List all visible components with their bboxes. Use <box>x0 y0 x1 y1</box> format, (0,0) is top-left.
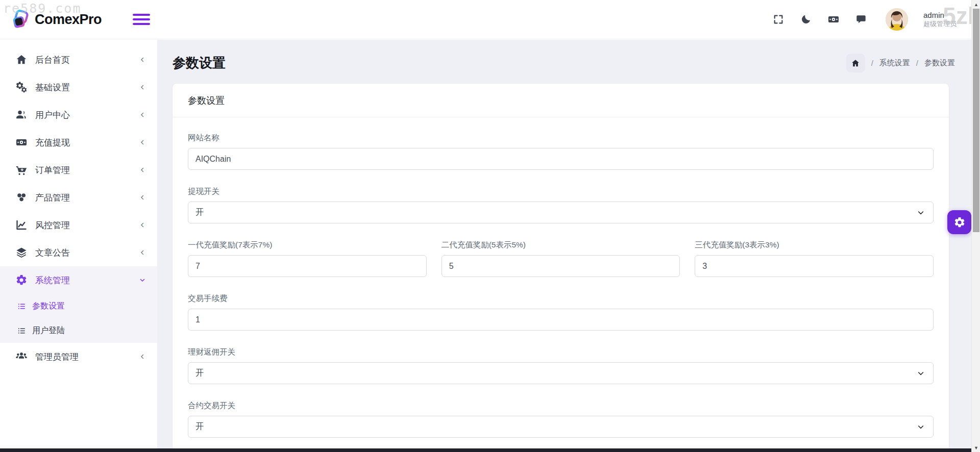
breadcrumb: / 系统设置 / 参数设置 <box>846 54 955 72</box>
field-label: 合约交易开关 <box>188 400 934 411</box>
settings-card: 参数设置 网站名称 提现开关 开 一代充值奖励(7表示7%) <box>173 84 949 448</box>
main-content: 参数设置 / 系统设置 / 参数设置 参数设置 网站名称 提现开关 <box>157 40 971 448</box>
sidebar-item-label: 产品管理 <box>35 192 70 204</box>
page-title: 参数设置 <box>173 54 226 72</box>
menu-toggle-icon[interactable] <box>133 12 150 27</box>
sidebar-item-label: 充值提现 <box>35 137 70 148</box>
sidebar-group-system: 系统管理 参数设置 用户登陆 <box>0 266 157 343</box>
sidebar-item-admin-management[interactable]: 管理员管理 <box>0 343 157 370</box>
layers-icon <box>15 246 28 259</box>
finance-rebate-switch-select[interactable]: 开 <box>188 362 934 384</box>
field-reward-gen1: 一代充值奖励(7表示7%) <box>188 240 427 277</box>
sidebar-item-basic-settings[interactable]: 基础设置 <box>0 73 157 101</box>
field-label: 提现开关 <box>188 186 934 196</box>
chart-line-icon <box>15 219 28 231</box>
fullscreen-icon[interactable] <box>772 13 785 26</box>
field-withdraw-switch: 提现开关 开 <box>188 186 934 223</box>
sidebar-item-system-management[interactable]: 系统管理 <box>0 266 157 294</box>
messages-icon[interactable] <box>855 13 867 26</box>
sidebar-subitem-parameter-settings[interactable]: 参数设置 <box>0 294 157 318</box>
page-head: 参数设置 / 系统设置 / 参数设置 <box>157 40 971 84</box>
brand-name: ComexPro <box>35 12 102 28</box>
selected-value: 开 <box>195 207 204 218</box>
chevron-down-icon <box>917 423 925 431</box>
breadcrumb-item-system-settings[interactable]: 系统设置 <box>879 58 910 68</box>
avatar[interactable] <box>886 8 908 31</box>
sidebar-item-articles[interactable]: 文章公告 <box>0 239 157 266</box>
breadcrumb-separator: / <box>871 59 873 67</box>
selected-value: 开 <box>195 421 204 432</box>
selected-value: 开 <box>195 368 204 379</box>
cart-icon <box>15 164 28 176</box>
chevron-left-icon <box>139 139 146 146</box>
chevron-left-icon <box>139 353 146 360</box>
user-role: 超级管理员 <box>923 20 957 28</box>
card-title: 参数设置 <box>173 84 949 117</box>
scrollbar: ▲ ▼ <box>971 0 980 452</box>
sidebar-item-dashboard[interactable]: 后台首页 <box>0 46 157 73</box>
contract-trade-switch-select[interactable]: 开 <box>188 416 934 438</box>
field-site-name: 网站名称 <box>188 133 934 170</box>
field-label: 一代充值奖励(7表示7%) <box>188 240 427 250</box>
chevron-left-icon <box>139 221 146 229</box>
breadcrumb-home-icon[interactable] <box>846 54 865 72</box>
list-icon <box>17 327 26 335</box>
brand-logo-icon <box>10 9 31 30</box>
reward-gen1-input[interactable] <box>188 255 427 277</box>
field-label: 交易手续费 <box>188 293 934 304</box>
trade-fee-input[interactable] <box>188 309 934 331</box>
chevron-left-icon <box>139 249 146 256</box>
field-reward-gen3: 三代充值奖励(3表示3%) <box>695 240 934 277</box>
chevron-down-icon <box>917 369 925 378</box>
breadcrumb-item-parameter-settings[interactable]: 参数设置 <box>924 58 955 68</box>
gears-icon <box>15 81 28 93</box>
sidebar-subitem-label: 用户登陆 <box>32 325 65 336</box>
user-name: admin <box>923 11 957 20</box>
sidebar-item-products[interactable]: 产品管理 <box>0 184 157 211</box>
field-label: 理财返佣开关 <box>188 347 934 357</box>
list-icon <box>17 302 26 311</box>
scrollbar-thumb[interactable] <box>973 9 979 232</box>
sidebar-item-risk-control[interactable]: 风控管理 <box>0 211 157 239</box>
withdraw-switch-select[interactable]: 开 <box>188 202 934 223</box>
sidebar-item-label: 管理员管理 <box>35 351 79 363</box>
reward-gen3-input[interactable] <box>695 255 934 277</box>
sidebar-item-label: 基础设置 <box>35 82 70 93</box>
sidebar-subitem-user-login[interactable]: 用户登陆 <box>0 318 157 343</box>
chevron-left-icon <box>139 111 146 118</box>
reward-gen2-input[interactable] <box>442 255 680 277</box>
home-icon <box>15 54 28 66</box>
sidebar-item-label: 用户中心 <box>35 109 70 121</box>
field-label: 二代充值奖励(5表示5%) <box>442 240 680 250</box>
sidebar-item-user-center[interactable]: 用户中心 <box>0 101 157 129</box>
chevron-left-icon <box>139 56 146 63</box>
scroll-up-arrow[interactable]: ▲ <box>972 0 980 9</box>
reward-row: 一代充值奖励(7表示7%) 二代充值奖励(5表示5%) 三代充值奖励(3表示3%… <box>188 240 934 277</box>
settings-form: 网站名称 提现开关 开 一代充值奖励(7表示7%) <box>173 117 949 448</box>
scroll-down-arrow[interactable]: ▼ <box>972 443 980 452</box>
payments-icon[interactable] <box>827 13 840 26</box>
header-left: re589.com ComexPro <box>0 0 157 39</box>
sidebar-item-orders[interactable]: 订单管理 <box>0 156 157 184</box>
user-box[interactable]: admin 超级管理员 <box>923 11 957 29</box>
breadcrumb-separator: / <box>916 59 918 67</box>
chevron-down-icon <box>139 277 146 284</box>
sidebar-subitem-label: 参数设置 <box>32 301 65 312</box>
field-label: 三代充值奖励(3表示3%) <box>695 240 934 250</box>
dark-mode-icon[interactable] <box>800 13 812 26</box>
gear-icon <box>953 216 966 229</box>
cubes-icon <box>15 191 28 204</box>
bottom-bar <box>0 448 971 452</box>
gear-icon <box>15 274 28 286</box>
site-name-input[interactable] <box>188 148 934 170</box>
theme-settings-fab[interactable] <box>947 210 971 234</box>
chevron-left-icon <box>139 166 146 173</box>
sidebar-item-recharge-withdraw[interactable]: 充值提现 <box>0 129 157 156</box>
header-right: admin 超级管理员 5zki <box>772 8 980 31</box>
brand[interactable]: ComexPro <box>10 9 102 30</box>
field-reward-gen2: 二代充值奖励(5表示5%) <box>442 240 680 277</box>
sidebar-item-label: 系统管理 <box>35 274 70 286</box>
field-label: 网站名称 <box>188 133 934 143</box>
banknote-icon <box>15 136 28 148</box>
chevron-left-icon <box>139 194 146 201</box>
